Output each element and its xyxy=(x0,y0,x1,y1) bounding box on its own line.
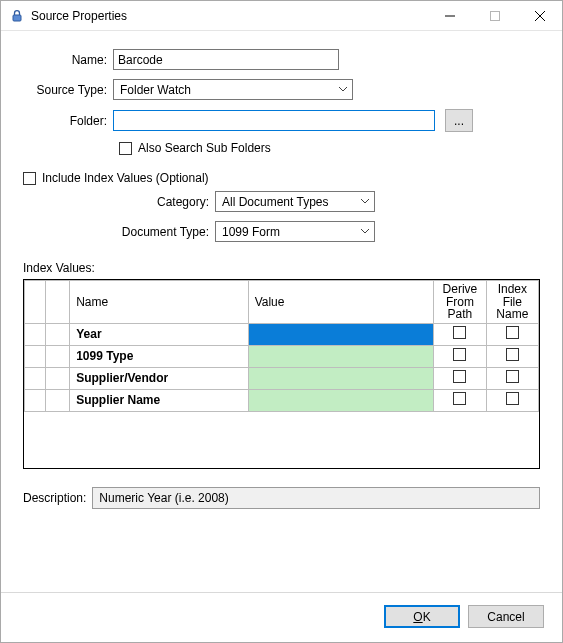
include-subform: Category: All Document Types Document Ty… xyxy=(23,191,540,251)
category-value: All Document Types xyxy=(222,195,329,209)
cell-derive[interactable] xyxy=(434,367,486,389)
derive-checkbox[interactable] xyxy=(453,348,466,361)
dialog-body: Name: Source Type: Folder Watch Folder: … xyxy=(1,31,562,592)
row-handle[interactable] xyxy=(46,323,70,345)
cell-derive[interactable] xyxy=(434,389,486,411)
folder-browse-button[interactable]: ... xyxy=(445,109,473,132)
grid-header-blank1 xyxy=(25,281,46,324)
category-dropdown[interactable]: All Document Types xyxy=(215,191,375,212)
grid-header-ifname[interactable]: IndexFileName xyxy=(486,281,538,324)
also-search-sub-label: Also Search Sub Folders xyxy=(138,141,271,155)
cell-value[interactable] xyxy=(248,389,434,411)
grid-header-name[interactable]: Name xyxy=(70,281,248,324)
ifname-checkbox[interactable] xyxy=(506,348,519,361)
window-title: Source Properties xyxy=(31,9,427,23)
doctype-label: Document Type: xyxy=(45,225,215,239)
cell-value[interactable] xyxy=(248,323,434,345)
table-row[interactable]: Supplier/Vendor xyxy=(25,367,539,389)
doctype-dropdown[interactable]: 1099 Form xyxy=(215,221,375,242)
cell-ifname[interactable] xyxy=(486,323,538,345)
ifname-checkbox[interactable] xyxy=(506,392,519,405)
titlebar: Source Properties xyxy=(1,1,562,31)
dialog-footer: OK Cancel xyxy=(1,592,562,642)
cell-name[interactable]: Supplier Name xyxy=(70,389,248,411)
cell-name[interactable]: Supplier/Vendor xyxy=(70,367,248,389)
cell-ifname[interactable] xyxy=(486,389,538,411)
cell-derive[interactable] xyxy=(434,345,486,367)
minimize-button[interactable] xyxy=(427,1,472,30)
ifname-checkbox[interactable] xyxy=(506,326,519,339)
row-handle[interactable] xyxy=(25,345,46,367)
include-index-label: Include Index Values (Optional) xyxy=(42,171,209,185)
grid-header-blank2 xyxy=(46,281,70,324)
cell-ifname[interactable] xyxy=(486,367,538,389)
lock-icon xyxy=(9,8,25,24)
svg-rect-2 xyxy=(490,11,499,20)
chevron-down-icon xyxy=(360,197,370,207)
cell-value[interactable] xyxy=(248,345,434,367)
window: Source Properties Name: Source Type: Fol… xyxy=(0,0,563,643)
ok-button[interactable]: OK xyxy=(384,605,460,628)
derive-checkbox[interactable] xyxy=(453,392,466,405)
name-label: Name: xyxy=(23,53,113,67)
chevron-down-icon xyxy=(360,227,370,237)
chevron-down-icon xyxy=(338,85,348,95)
grid-header-row: Name Value DeriveFromPath IndexFileName xyxy=(25,281,539,324)
include-index-checkbox[interactable] xyxy=(23,172,36,185)
row-handle[interactable] xyxy=(46,389,70,411)
derive-checkbox[interactable] xyxy=(453,326,466,339)
index-values-grid: Name Value DeriveFromPath IndexFileName … xyxy=(23,279,540,469)
derive-checkbox[interactable] xyxy=(453,370,466,383)
cell-value[interactable] xyxy=(248,367,434,389)
description-label: Description: xyxy=(23,491,86,505)
table-row[interactable]: 1099 Type xyxy=(25,345,539,367)
row-handle[interactable] xyxy=(25,367,46,389)
index-values-label: Index Values: xyxy=(23,261,540,275)
folder-label: Folder: xyxy=(23,114,113,128)
description-field: Numeric Year (i.e. 2008) xyxy=(92,487,540,509)
cell-derive[interactable] xyxy=(434,323,486,345)
row-handle[interactable] xyxy=(46,367,70,389)
svg-rect-0 xyxy=(13,15,21,21)
also-search-sub-checkbox[interactable] xyxy=(119,142,132,155)
folder-input[interactable] xyxy=(113,110,435,131)
table-row[interactable]: Year xyxy=(25,323,539,345)
close-button[interactable] xyxy=(517,1,562,30)
cancel-button[interactable]: Cancel xyxy=(468,605,544,628)
table-row[interactable]: Supplier Name xyxy=(25,389,539,411)
cell-name[interactable]: 1099 Type xyxy=(70,345,248,367)
maximize-button xyxy=(472,1,517,30)
row-handle[interactable] xyxy=(46,345,70,367)
row-handle[interactable] xyxy=(25,323,46,345)
source-type-label: Source Type: xyxy=(23,83,113,97)
grid-header-value[interactable]: Value xyxy=(248,281,434,324)
ifname-checkbox[interactable] xyxy=(506,370,519,383)
category-label: Category: xyxy=(45,195,215,209)
row-handle[interactable] xyxy=(25,389,46,411)
cell-ifname[interactable] xyxy=(486,345,538,367)
source-type-dropdown[interactable]: Folder Watch xyxy=(113,79,353,100)
cell-name[interactable]: Year xyxy=(70,323,248,345)
source-type-value: Folder Watch xyxy=(120,83,191,97)
doctype-value: 1099 Form xyxy=(222,225,280,239)
name-input[interactable] xyxy=(113,49,339,70)
grid-header-derive[interactable]: DeriveFromPath xyxy=(434,281,486,324)
